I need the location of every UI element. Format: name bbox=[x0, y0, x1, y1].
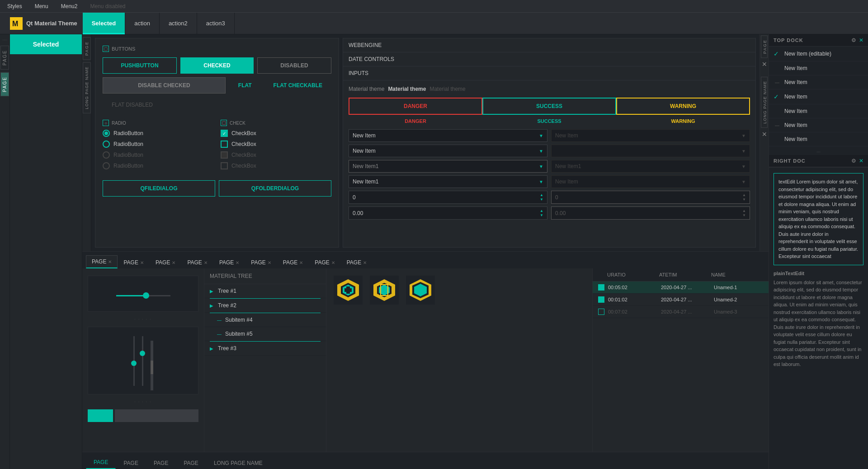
webengine-close2-icon[interactable]: ✕ bbox=[760, 129, 769, 140]
webengine-close-icon[interactable]: ✕ bbox=[760, 59, 769, 70]
bottom-tab-page-2[interactable]: PAGE bbox=[116, 457, 146, 469]
plain-text-content[interactable]: Lorem ipsum dolor sit amet, consectetur … bbox=[774, 279, 863, 368]
number-input-2-right[interactable]: 0.00 ▲ ▼ bbox=[551, 206, 750, 220]
page-tab-7-close[interactable]: ✕ bbox=[331, 260, 335, 265]
bottom-tab-page-1[interactable]: PAGE bbox=[86, 456, 116, 469]
top-dock-close-icon[interactable]: ✕ bbox=[859, 37, 863, 43]
pushbutton[interactable]: PUSHBUTTON bbox=[103, 57, 177, 74]
qfolderdialog-button[interactable]: QFOLDERDIALOG bbox=[219, 180, 331, 197]
radio-2-icon[interactable] bbox=[103, 141, 110, 148]
dock-item-6[interactable]: — New Item bbox=[769, 118, 868, 132]
number-2-right-down[interactable]: ▼ bbox=[742, 213, 746, 218]
tree-item-3[interactable]: — Subitem #4 bbox=[204, 313, 326, 327]
right-doc-gear-icon[interactable]: ⚙ bbox=[851, 158, 856, 164]
flat-button[interactable]: FLAT bbox=[229, 77, 261, 94]
tree-item-2[interactable]: ▶ Tree #2 bbox=[204, 299, 326, 313]
table-row-3-check[interactable] bbox=[598, 309, 604, 315]
top-dock-gear-icon[interactable]: ⚙ bbox=[851, 37, 856, 43]
page-tab-3-close[interactable]: ✕ bbox=[204, 260, 208, 265]
number-input-1-right[interactable]: 0 ▲ ▼ bbox=[551, 191, 750, 204]
bottom-tab-page-5[interactable]: LONG PAGE NAME bbox=[206, 457, 270, 469]
number-1-up[interactable]: ▲ bbox=[540, 193, 543, 197]
tree-item-5[interactable]: ▶ Tree #3 bbox=[204, 342, 326, 356]
dock-item-4[interactable]: ✓ New Item bbox=[769, 89, 868, 104]
check-item-2[interactable]: CheckBox bbox=[221, 141, 331, 148]
number-2-down[interactable]: ▼ bbox=[540, 213, 543, 218]
webengine-vtab-page[interactable]: PAGE bbox=[761, 35, 768, 58]
page-tab-4-close[interactable]: ✕ bbox=[236, 260, 239, 265]
table-row-2[interactable]: 00:01:02 2020-04-27 ... Unamed-2 bbox=[593, 294, 769, 306]
dock-item-7[interactable]: New Item bbox=[769, 132, 868, 146]
check-item-1[interactable]: CheckBox bbox=[221, 130, 331, 137]
menu-menu[interactable]: Menu bbox=[32, 2, 51, 10]
table-row-2-check[interactable] bbox=[598, 296, 604, 303]
page-tab-4[interactable]: PAGE ✕ bbox=[213, 256, 245, 268]
number-1-right-down[interactable]: ▼ bbox=[742, 197, 746, 202]
check-1-icon[interactable] bbox=[221, 130, 228, 137]
page-tab-6[interactable]: PAGE ✕ bbox=[277, 256, 309, 268]
webengine-vtab-longpage[interactable]: LONG PAGE NAME bbox=[761, 77, 768, 128]
checked-button[interactable]: CHECKED bbox=[180, 57, 254, 74]
dropdown-1[interactable]: New Item ▼ bbox=[349, 129, 547, 142]
page-tab-0-close[interactable]: ✕ bbox=[108, 259, 112, 264]
page-tab-5-close[interactable]: ✕ bbox=[268, 260, 271, 265]
warning-button[interactable]: WARNING bbox=[616, 98, 750, 115]
vtab-page-1[interactable]: PAGE bbox=[0, 46, 9, 70]
tree-item-1[interactable]: ▶ Tree #1 bbox=[204, 284, 326, 298]
page-tab-3[interactable]: PAGE ✕ bbox=[181, 256, 213, 268]
number-input-2[interactable]: 0.00 ▲ ▼ bbox=[349, 206, 547, 220]
menu-styles[interactable]: Styles bbox=[5, 2, 25, 10]
menu-menu2[interactable]: Menu2 bbox=[58, 2, 80, 10]
tab-selected[interactable]: Selected bbox=[83, 13, 125, 34]
left-panel-selected[interactable]: Selected bbox=[10, 34, 82, 54]
page-tab-1-close[interactable]: ✕ bbox=[140, 260, 144, 265]
dock-item-2[interactable]: New Item bbox=[769, 61, 868, 75]
table-row-1[interactable]: 00:05:02 2020-04-27 ... Unamed-1 bbox=[593, 281, 769, 294]
bottom-tab-page-4[interactable]: PAGE bbox=[176, 457, 206, 469]
page-tab-7[interactable]: PAGE ✕ bbox=[309, 256, 340, 268]
page-tab-0[interactable]: PAGE ✕ bbox=[86, 255, 118, 268]
table-row-1-check[interactable] bbox=[598, 284, 604, 291]
number-2-right-up[interactable]: ▲ bbox=[742, 209, 746, 213]
dock-item-3[interactable]: — New Item bbox=[769, 75, 868, 89]
h-slider-thumb[interactable] bbox=[143, 292, 149, 299]
disable-checked-button[interactable]: DISABLE CHECKED bbox=[103, 77, 226, 94]
dock-item-5[interactable]: New Item bbox=[769, 104, 868, 118]
page-tab-5[interactable]: PAGE ✕ bbox=[245, 256, 277, 268]
page-tab-2-close[interactable]: ✕ bbox=[172, 260, 175, 265]
dropdown-2[interactable]: New Item ▼ bbox=[349, 145, 547, 157]
table-row-3[interactable]: 00:07:02 2020-04-27 ... Unamed-3 bbox=[593, 306, 769, 318]
page-tab-2[interactable]: PAGE ✕ bbox=[150, 256, 181, 268]
number-input-1[interactable]: 0 ▲ ▼ bbox=[349, 191, 547, 204]
dock-item-1[interactable]: ✓ New Item (editable) bbox=[769, 47, 868, 61]
page-tab-1[interactable]: PAGE ✕ bbox=[118, 256, 149, 268]
danger-button[interactable]: DANGER bbox=[349, 98, 482, 115]
radio-1-icon[interactable] bbox=[103, 130, 110, 137]
page-tab-8[interactable]: PAGE ✕ bbox=[341, 256, 373, 268]
number-1-right-up[interactable]: ▲ bbox=[742, 193, 746, 197]
check-2-icon[interactable] bbox=[221, 141, 228, 148]
page-tab-8-close[interactable]: ✕ bbox=[363, 260, 367, 265]
tab-action3[interactable]: action3 bbox=[197, 13, 235, 34]
tab-action[interactable]: action bbox=[125, 13, 160, 34]
v-scrollbar-thumb[interactable] bbox=[151, 361, 153, 374]
radio-item-2[interactable]: RadioButton bbox=[103, 141, 213, 148]
text-edit-box[interactable]: textEdit Lorem ipsum dolor sit amet, con… bbox=[774, 173, 863, 265]
dropdown-3[interactable]: New Item1 ▼ bbox=[349, 160, 547, 173]
dropdown-4[interactable]: New Item1 ▼ bbox=[349, 175, 547, 188]
vtab-page-2[interactable]: PAGE bbox=[0, 72, 9, 96]
tab-action2[interactable]: action2 bbox=[160, 13, 197, 34]
number-1-down[interactable]: ▼ bbox=[540, 197, 543, 202]
v-slider-1-thumb[interactable] bbox=[131, 361, 137, 366]
btn-vtab-longpage[interactable]: LONG PAGE NAME bbox=[83, 62, 91, 113]
qfiledialog-button[interactable]: QFILEDIALOG bbox=[103, 180, 215, 197]
right-doc-close-icon[interactable]: ✕ bbox=[859, 158, 863, 164]
page-tab-6-close[interactable]: ✕ bbox=[299, 260, 303, 265]
v-slider-2-thumb[interactable] bbox=[140, 351, 145, 356]
menu-disabled[interactable]: Menu disabled bbox=[87, 2, 128, 10]
flat-checkable-button[interactable]: FLAT CHECKABLE bbox=[264, 77, 331, 94]
number-2-up[interactable]: ▲ bbox=[540, 209, 543, 213]
btn-vtab-page[interactable]: PAGE bbox=[83, 37, 91, 60]
success-button[interactable]: SUCCESS bbox=[482, 98, 616, 115]
radio-item-1[interactable]: RadioButton bbox=[103, 130, 213, 137]
